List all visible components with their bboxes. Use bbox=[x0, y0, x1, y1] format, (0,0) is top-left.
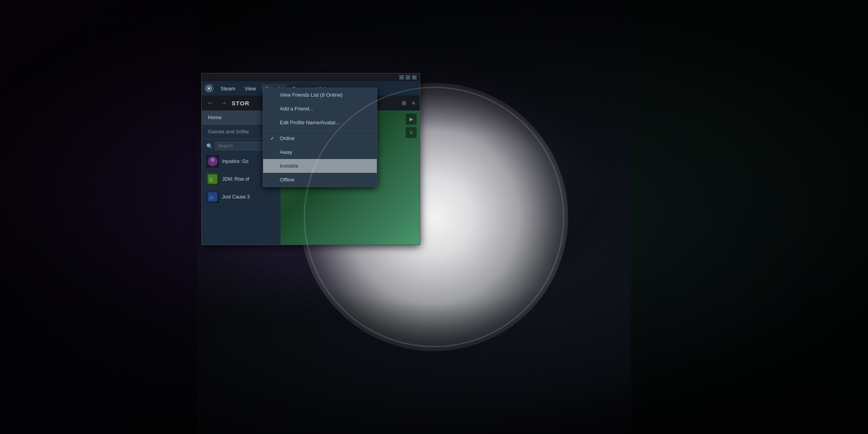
dropdown-item-offline[interactable]: Offline bbox=[263, 173, 377, 187]
window-chrome: — □ ✕ bbox=[202, 73, 420, 81]
check-icon-offline bbox=[270, 177, 277, 183]
svg-text:JC: JC bbox=[209, 195, 214, 200]
bg-art-right bbox=[631, 0, 868, 434]
dropdown-item-online[interactable]: ✓ Online bbox=[263, 131, 377, 145]
dropdown-item-invisible[interactable]: Invisible bbox=[263, 159, 377, 173]
dropdown-item-view-friends-list[interactable]: View Friends List (9 Online) bbox=[263, 88, 377, 102]
nav-title: STOR bbox=[232, 100, 249, 107]
check-icon-online: ✓ bbox=[270, 135, 277, 141]
game-list-item-just-cause-3[interactable]: JC Just Cause 3 bbox=[202, 188, 281, 206]
game-name-jdm: JDM: Rise of bbox=[222, 176, 249, 182]
dropdown-label-invisible: Invisible bbox=[280, 163, 298, 169]
dropdown-item-edit-profile[interactable]: Edit Profile Name/Avatar... bbox=[263, 116, 377, 129]
minimize-button[interactable]: — bbox=[399, 75, 404, 80]
svg-point-4 bbox=[211, 158, 215, 162]
dropdown-divider-1 bbox=[263, 130, 377, 131]
dropdown-label-online: Online bbox=[280, 135, 295, 141]
game-thumb-jdm: S bbox=[206, 173, 219, 185]
dropdown-item-add-friend[interactable]: Add a Friend... bbox=[263, 102, 377, 116]
menu-button[interactable]: ≡ bbox=[406, 127, 417, 138]
dropdown-label-offline: Offline bbox=[280, 177, 294, 183]
svg-text:S: S bbox=[209, 176, 213, 183]
list-view-button[interactable]: ≡ bbox=[410, 99, 417, 107]
grid-view-button[interactable]: ⊞ bbox=[400, 99, 408, 107]
svg-point-2 bbox=[208, 87, 210, 90]
steam-window: — □ ✕ Steam View Friends Games Help ← → … bbox=[201, 73, 420, 245]
menu-view[interactable]: View bbox=[241, 84, 260, 93]
panel-controls: ▶ ≡ bbox=[406, 114, 417, 138]
bg-art-left bbox=[0, 0, 197, 434]
dropdown-label-view-friends-list: View Friends List (9 Online) bbox=[280, 92, 342, 98]
forward-button[interactable]: → bbox=[218, 99, 229, 107]
close-button[interactable]: ✕ bbox=[412, 75, 417, 80]
back-button[interactable]: ← bbox=[205, 99, 216, 107]
check-icon-invisible bbox=[270, 163, 277, 169]
dropdown-label-add-friend: Add a Friend... bbox=[280, 106, 313, 112]
game-name-injustice: Injustice: Go bbox=[222, 159, 249, 164]
dropdown-label-away: Away bbox=[280, 149, 292, 155]
steam-logo-icon bbox=[205, 84, 213, 93]
nav-right-buttons: ⊞ ≡ bbox=[400, 99, 417, 107]
menu-steam[interactable]: Steam bbox=[217, 84, 239, 93]
dropdown-item-away[interactable]: Away bbox=[263, 145, 377, 159]
game-thumb-injustice bbox=[206, 155, 219, 168]
game-thumb-jc: JC bbox=[206, 191, 219, 203]
check-icon-edit-profile bbox=[270, 120, 277, 125]
dropdown-label-edit-profile: Edit Profile Name/Avatar... bbox=[280, 120, 340, 125]
game-name-just-cause-3: Just Cause 3 bbox=[222, 194, 250, 200]
check-icon-away bbox=[270, 149, 277, 155]
play-button[interactable]: ▶ bbox=[406, 114, 417, 125]
friends-dropdown-menu: View Friends List (9 Online) Add a Frien… bbox=[263, 88, 377, 187]
check-icon-add-friend bbox=[270, 106, 277, 112]
maximize-button[interactable]: □ bbox=[406, 75, 410, 80]
check-icon-view-friends bbox=[270, 92, 277, 98]
search-icon: 🔍 bbox=[206, 143, 213, 149]
